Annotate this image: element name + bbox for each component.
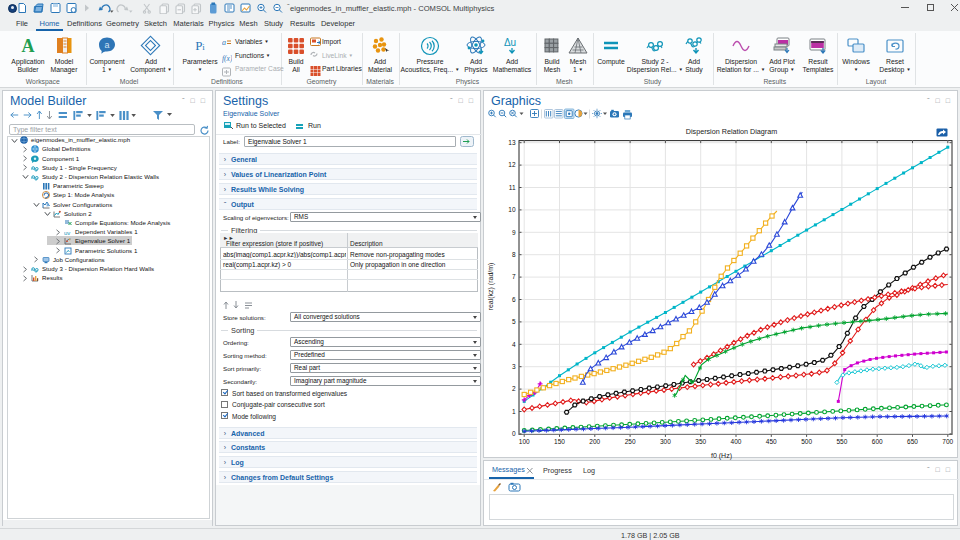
svg-text:350: 350	[695, 438, 706, 445]
svg-text:600: 600	[872, 438, 883, 445]
svg-text:7: 7	[512, 273, 516, 280]
svg-text:2: 2	[512, 385, 516, 392]
svg-text:8: 8	[512, 251, 516, 258]
svg-text:500: 500	[801, 438, 812, 445]
svg-text:150: 150	[554, 438, 565, 445]
svg-text:450: 450	[766, 438, 777, 445]
svg-text:100: 100	[519, 438, 530, 445]
svg-text:4: 4	[512, 341, 516, 348]
svg-text:10: 10	[508, 206, 516, 213]
svg-text:A: A	[22, 36, 35, 56]
svg-text:0: 0	[512, 430, 516, 437]
svg-text:9: 9	[512, 229, 516, 236]
svg-text:Pi: Pi	[195, 38, 205, 53]
svg-text:400: 400	[731, 438, 742, 445]
svg-text:650: 650	[907, 438, 918, 445]
svg-text:5: 5	[512, 318, 516, 325]
svg-text:1: 1	[512, 408, 516, 415]
svg-text:3: 3	[512, 363, 516, 370]
svg-text:Δu: Δu	[504, 37, 516, 48]
svg-text:f(x): f(x)	[222, 54, 232, 63]
svg-text:11: 11	[509, 184, 516, 191]
svg-text:300: 300	[660, 438, 671, 445]
svg-text:12: 12	[508, 161, 516, 168]
svg-text:a: a	[222, 38, 226, 47]
svg-text:a: a	[104, 40, 109, 50]
svg-text:6: 6	[512, 296, 516, 303]
svg-text:200: 200	[589, 438, 600, 445]
svg-text:13: 13	[508, 139, 516, 146]
svg-text:250: 250	[625, 438, 636, 445]
svg-text:700: 700	[942, 438, 953, 445]
svg-text:550: 550	[836, 438, 847, 445]
svg-text:uv: uv	[64, 230, 70, 236]
